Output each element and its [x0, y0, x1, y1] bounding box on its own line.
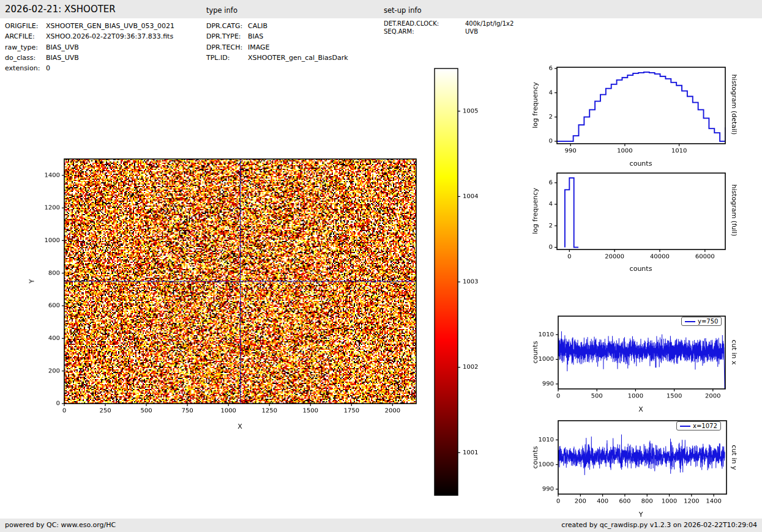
meta-label: DPR.TYPE:	[206, 31, 248, 42]
meta-value: BIAS	[248, 31, 263, 42]
hist-detail-y-label: log frequency	[531, 82, 539, 128]
hist-detail-x-label: counts	[630, 160, 652, 168]
image-y-axis-label: Y	[28, 279, 36, 284]
footer-right-text: created by qc_rawdisp.py v1.2.3 on 2026-…	[561, 519, 757, 532]
meta-value: UVB	[465, 28, 478, 36]
page-title: 2026-02-21: XSHOOTER	[5, 4, 116, 15]
cut-y-legend-label: x=1072	[693, 423, 717, 429]
meta-label: DPR.CATG:	[206, 21, 248, 31]
setup-info-row: DET.READ.CLOCK:400k/1pt/lg/1x2	[384, 20, 514, 28]
cut-x-legend: y=750	[681, 317, 722, 326]
cut-y-y-label: counts	[531, 446, 539, 469]
file-info-block: ORIGFILE:XSHOOTER_GEN_BIAS_UVB_053_0021 …	[5, 21, 174, 73]
type-info-block: DPR.CATG:CALIB DPR.TYPE:BIAS DPR.TECH:IM…	[206, 21, 348, 63]
cut-in-x-canvas	[523, 312, 762, 410]
histogram-detail-canvas	[523, 58, 762, 165]
meta-label: do_class:	[5, 53, 46, 63]
type-info-row: DPR.TECH:IMAGE	[206, 42, 348, 53]
type-info-row: TPL.ID:XSHOOTER_gen_cal_BiasDark	[206, 53, 348, 63]
meta-value: BIAS_UVB	[46, 53, 79, 63]
cut-x-legend-label: y=750	[698, 318, 718, 325]
setup-info-block: DET.READ.CLOCK:400k/1pt/lg/1x2 SEQ.ARM:U…	[384, 20, 514, 35]
file-info-row: extension:0	[5, 63, 174, 73]
type-info-row: DPR.CATG:CALIB	[206, 21, 348, 31]
bias-frame-image-canvas	[34, 153, 431, 440]
cut-y-legend: x=1072	[676, 421, 721, 430]
meta-value: BIAS_UVB	[46, 42, 79, 53]
hist-full-y-label: log frequency	[531, 188, 539, 234]
meta-label: ARCFILE:	[5, 31, 46, 42]
colorbar-canvas	[428, 64, 490, 501]
cut-x-y-label: counts	[531, 341, 539, 364]
cut-x-right-label: cut in x	[730, 340, 738, 365]
footer-left-text: powered by QC: www.eso.org/HC	[5, 519, 116, 532]
footer-bar: powered by QC: www.eso.org/HC created by…	[0, 519, 762, 532]
histogram-full-canvas	[523, 164, 762, 271]
file-info-row: ORIGFILE:XSHOOTER_GEN_BIAS_UVB_053_0021	[5, 21, 174, 31]
file-info-row: ARCFILE:XSHOO.2026-02-22T09:36:37.833.fi…	[5, 31, 174, 42]
file-info-row: raw_type:BIAS_UVB	[5, 42, 174, 53]
cut-y-x-label: Y	[639, 511, 643, 519]
cut-in-y-canvas	[523, 416, 762, 514]
setup-info-title: set-up info	[384, 6, 422, 15]
meta-value: XSHOOTER_gen_cal_BiasDark	[248, 53, 348, 63]
meta-label: TPL.ID:	[206, 53, 248, 63]
cut-x-x-label: X	[638, 405, 643, 413]
hist-full-right-label: histogram (full)	[730, 185, 738, 237]
meta-label: SEQ.ARM:	[384, 28, 465, 36]
meta-label: ORIGFILE:	[5, 21, 46, 31]
setup-info-row: SEQ.ARM:UVB	[384, 28, 514, 36]
file-info-row: do_class:BIAS_UVB	[5, 53, 174, 63]
hist-detail-right-label: histogram (detail)	[730, 75, 738, 135]
meta-label: DET.READ.CLOCK:	[384, 20, 465, 28]
legend-line-swatch	[685, 321, 695, 322]
image-x-axis-label: X	[237, 423, 242, 430]
meta-label: extension:	[5, 63, 46, 73]
meta-value: IMAGE	[248, 42, 270, 53]
qc-report-page: 2026-02-21: XSHOOTER type info set-up in…	[0, 0, 762, 532]
header-bar: 2026-02-21: XSHOOTER type info set-up in…	[0, 0, 762, 18]
type-info-row: DPR.TYPE:BIAS	[206, 31, 348, 42]
cut-y-right-label: cut in y	[730, 445, 738, 470]
meta-value: CALIB	[248, 21, 267, 31]
meta-value: 0	[46, 63, 50, 73]
meta-label: DPR.TECH:	[206, 42, 248, 53]
meta-label: raw_type:	[5, 42, 46, 53]
meta-value: XSHOOTER_GEN_BIAS_UVB_053_0021	[46, 21, 174, 31]
legend-line-swatch	[680, 426, 690, 427]
meta-value: XSHOO.2026-02-22T09:36:37.833.fits	[46, 31, 173, 42]
hist-full-x-label: counts	[630, 265, 652, 273]
type-info-title: type info	[206, 6, 237, 15]
meta-value: 400k/1pt/lg/1x2	[465, 20, 514, 28]
